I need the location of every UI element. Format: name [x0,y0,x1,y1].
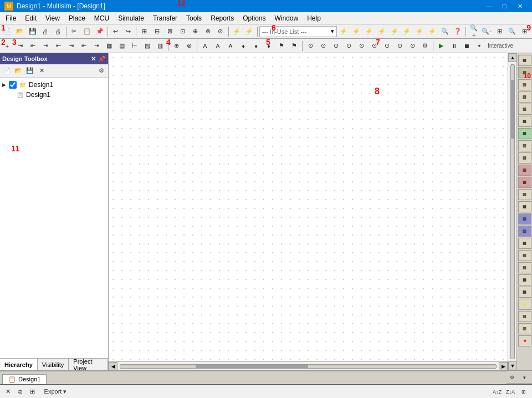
tb-wire15[interactable]: ⊗ [183,40,195,52]
toolbox-close-btn[interactable]: ✕ [91,55,96,63]
canvas-settings-btn[interactable]: ⚙ [507,372,518,383]
bp-sort-za[interactable]: Z↕A [504,386,516,398]
toolbox-pin-btn[interactable]: 📌 [98,55,106,63]
menu-file[interactable]: File [1,12,21,24]
scroll-down-arrow[interactable]: ▼ [508,361,516,370]
rt-btn-7[interactable]: ▥ [518,140,531,151]
tb-d1[interactable]: ⚡ [337,25,350,38]
canvas-area[interactable]: 8 [109,53,508,361]
tb-wire7[interactable]: ⇤ [78,40,90,52]
v-scroll-thumb[interactable] [511,80,514,139]
tb-b6[interactable]: ⊗ [202,25,214,38]
tb-wire2[interactable]: ⇥ [14,40,26,52]
tb-a1[interactable]: A [199,40,211,52]
scroll-up-arrow[interactable]: ▲ [508,53,516,62]
menu-transfer[interactable]: Transfer [149,12,182,24]
tb-paste[interactable]: 📌 [94,25,106,38]
tb-wire11[interactable]: ⊢ [129,40,141,52]
rt-btn-2[interactable]: ▥ [518,79,531,90]
menu-mcu[interactable]: MCU [90,12,114,24]
tb-a3[interactable]: A [224,40,237,52]
rt-btn-19[interactable]: ▦ [518,287,531,298]
rt-btn-18[interactable]: ▩ [518,274,531,285]
rt-btn-12[interactable]: ▩ [518,201,531,212]
tb-d8[interactable]: ⚡ [426,25,438,38]
tb-zoom-area[interactable]: 🔍 [506,25,518,38]
menu-simulate[interactable]: Simulate [114,12,149,24]
bp-columns[interactable]: ⊞ [518,386,530,398]
rt-btn-15[interactable]: ▦ [518,238,531,249]
tb-wire4[interactable]: ⇥ [39,40,52,52]
v-scrollbar[interactable]: ▲ ▼ [508,53,516,370]
rt-btn-20[interactable]: ★ [518,299,531,310]
tb-zoom-out[interactable]: 🔍- [480,25,493,38]
menu-options[interactable]: Options [238,12,270,24]
pause-button[interactable]: ⏸ [448,40,460,52]
in-use-list[interactable]: --- In-Use List --- ▾ [259,26,337,37]
tb-d9[interactable]: 🔍 [439,25,451,38]
tb-sim7[interactable]: ⊙ [381,40,393,52]
tb-zoom-in[interactable]: 🔍+ [468,25,480,38]
tree-root[interactable]: ▶ 📁 Design1 [2,80,106,90]
tab-project-view[interactable]: Project View [69,359,108,370]
tb-sim3[interactable]: ⊙ [330,40,342,52]
tb-wire10[interactable]: ▤ [116,40,128,52]
rt-btn-4[interactable]: ▨ [518,104,531,115]
rt-btn-10[interactable]: ▦ [518,177,531,188]
tb-a5[interactable]: ♦ [250,40,262,52]
tb-wire6[interactable]: ⇥ [65,40,77,52]
tb-b1[interactable]: ⊞ [138,25,150,38]
tb-save-design[interactable]: 💾 [24,65,35,76]
tb-wire5[interactable]: ⇤ [52,40,64,52]
tb-sim9[interactable]: ⊙ [406,40,418,52]
rt-btn-5[interactable]: ▩ [518,116,531,127]
tab-visibility[interactable]: Visibility [38,359,69,370]
menu-edit[interactable]: Edit [21,12,41,24]
tb-sim2[interactable]: ⊙ [317,40,329,52]
tb-a7[interactable]: ⚑ [275,40,288,52]
tb-sim8[interactable]: ⊙ [393,40,406,52]
play-button[interactable]: ▶ [435,40,447,52]
scroll-right-arrow[interactable]: ▶ [499,362,508,371]
tb-print2[interactable]: 🖨 [52,25,64,38]
tb-b3[interactable]: ⊠ [163,25,176,38]
tb-copy[interactable]: 📋 [81,25,93,38]
bp-expand-btn[interactable]: ⊞ [27,386,38,397]
bp-sort-az[interactable]: A↕Z [491,386,503,398]
rt-btn-0[interactable]: ▦ [518,55,531,66]
tb-d6[interactable]: ⚡ [401,25,413,38]
menu-reports[interactable]: Reports [206,12,238,24]
rt-btn-6[interactable]: ▦ [518,128,531,139]
v-scroll-track[interactable] [510,64,515,359]
tb-redo[interactable]: ↪ [122,25,134,38]
tb-open-design[interactable]: 📂 [13,65,24,76]
rt-btn-11[interactable]: ▨ [518,189,531,200]
h-scrollbar[interactable]: ◀ ▶ [109,361,508,370]
stop-button[interactable]: ⏹ [461,40,473,52]
rt-btn-14[interactable]: ▥ [518,226,531,237]
tb-sim10[interactable]: ⚙ [419,40,431,52]
rt-btn-13[interactable]: ▤ [518,213,531,224]
tb-wire8[interactable]: ⇥ [90,40,103,52]
rt-btn-3[interactable]: ▧ [518,91,531,103]
bp-float-btn[interactable]: ⧉ [14,386,25,397]
bp-export-btn[interactable]: Export ▾ [39,386,72,398]
rt-btn-8[interactable]: ▤ [518,152,531,164]
tb-d2[interactable]: ⚡ [350,25,362,38]
tb-a4[interactable]: ♦ [237,40,249,52]
tb-d5[interactable]: ⚡ [388,25,401,38]
maximize-button[interactable]: □ [497,0,512,12]
tb-wire3[interactable]: ⇤ [27,40,39,52]
tb-d10[interactable]: ❓ [452,25,464,38]
scroll-left-arrow[interactable]: ◀ [109,362,117,371]
tb-b2[interactable]: ⊟ [151,25,163,38]
tb-cut[interactable]: ✂ [68,25,80,38]
tb-sim5[interactable]: ⊙ [355,40,367,52]
tab-hierarchy[interactable]: Hierarchy [0,359,38,370]
tb-open[interactable]: 📂 [14,25,26,38]
tb-print[interactable]: 🖨 [39,25,52,38]
tb-zoom-fit[interactable]: ⊞ [493,25,505,38]
tb-wire14[interactable]: ⊕ [170,40,182,52]
rt-btn-22[interactable]: ▥ [518,323,531,334]
tb-c2[interactable]: ⚡ [243,25,255,38]
